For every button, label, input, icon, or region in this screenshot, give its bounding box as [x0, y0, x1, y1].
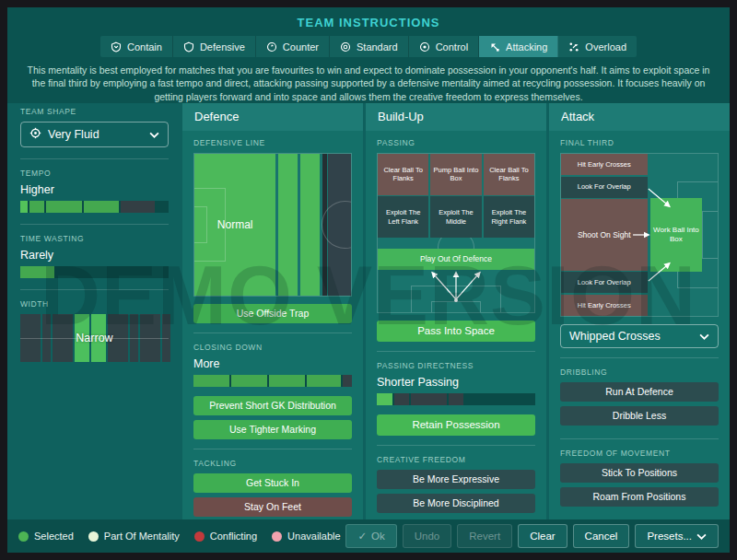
width-label: WIDTH — [20, 299, 169, 309]
hit-early-crosses-top-zone[interactable]: Hit Early Crosses — [561, 154, 648, 175]
dribble-less-button[interactable]: Dribble Less — [560, 406, 719, 426]
tempo-label: TEMPO — [20, 169, 169, 178]
part-of-mentality-dot-icon — [88, 531, 99, 542]
closing-down-label: CLOSING DOWN — [193, 343, 352, 352]
be-more-expressive-button[interactable]: Be More Expressive — [377, 470, 535, 489]
play-out-of-defence-zone[interactable]: Play Out Of Defence — [378, 249, 534, 270]
clear-ball-to-flanks-left-zone[interactable]: Clear Ball To Flanks — [378, 154, 428, 195]
pass-into-space-button[interactable]: Pass Into Space — [377, 321, 535, 342]
divider — [20, 224, 169, 225]
divider — [377, 445, 535, 446]
cancel-button[interactable]: Cancel — [573, 524, 630, 548]
pump-ball-into-box-zone[interactable]: Pump Ball Into Box — [430, 154, 482, 195]
look-for-overlap-top-zone[interactable]: Look For Overlap — [561, 177, 648, 198]
build-up-header: Build-Up — [366, 103, 546, 131]
presets-button[interactable]: Presets... — [635, 524, 719, 548]
tempo-value: Higher — [20, 183, 169, 196]
tab-defensive[interactable]: Defensive — [173, 36, 256, 57]
undo-button[interactable]: Undo — [403, 524, 452, 548]
check-icon: ✓ — [357, 525, 367, 547]
attacking-arrow-icon — [489, 41, 500, 52]
tab-standard[interactable]: Standard — [330, 36, 409, 57]
divider — [20, 158, 169, 159]
control-icon — [419, 41, 430, 52]
revert-button[interactable]: Revert — [457, 524, 512, 548]
overload-icon — [568, 41, 579, 52]
legend-selected: Selected — [18, 531, 74, 542]
divider — [193, 332, 352, 333]
team-shape-dropdown[interactable]: Very Fluid — [20, 122, 169, 147]
look-for-overlap-bottom-zone[interactable]: Look For Overlap — [561, 272, 648, 293]
build-up-column: Build-Up PASSING Clear Ball To Flanks Pu… — [366, 103, 546, 519]
final-third-pitch-control[interactable]: Hit Early Crosses Look For Overlap Shoot… — [560, 153, 719, 317]
stick-to-positions-button[interactable]: Stick To Positions — [560, 463, 719, 483]
exploit-right-flank-zone[interactable]: Exploit The Right Flank — [484, 196, 534, 238]
work-ball-into-box-zone[interactable]: Work Ball Into Box — [650, 198, 702, 273]
time-wasting-value: Rarely — [20, 249, 169, 262]
passing-directness-slider[interactable] — [377, 393, 535, 405]
tab-counter[interactable]: Counter — [256, 36, 330, 57]
divider — [560, 357, 719, 358]
shoot-on-sight-zone[interactable]: Shoot On Sight — [561, 199, 648, 270]
time-wasting-slider[interactable] — [20, 266, 169, 278]
defensive-line-value: Normal — [217, 218, 253, 231]
mentality-tabs: Contain Defensive Counter Standard Contr… — [7, 36, 730, 57]
counter-icon — [266, 41, 277, 52]
width-pitch-control[interactable]: Narrow — [20, 314, 169, 362]
exploit-left-flank-zone[interactable]: Exploit The Left Flank — [378, 196, 428, 238]
stay-on-feet-button[interactable]: Stay On Feet — [193, 497, 352, 517]
contain-icon — [111, 41, 122, 52]
mentality-description: This mentality is best employed for matc… — [24, 64, 713, 103]
team-shape-icon — [29, 127, 41, 142]
tab-label: Defensive — [200, 41, 245, 52]
closing-down-slider[interactable] — [193, 375, 352, 387]
crosses-dropdown-value: Whipped Crosses — [569, 330, 661, 343]
shield-icon — [183, 41, 194, 52]
legend-conflicting: Conflicting — [194, 531, 257, 542]
team-instructions-panel: TEAM INSTRUCTIONS Contain Defensive Coun… — [7, 7, 730, 553]
header: TEAM INSTRUCTIONS Contain Defensive Coun… — [7, 7, 730, 103]
footer-buttons: ✓ Ok Undo Revert Clear Cancel Presets... — [345, 524, 719, 548]
passing-pitch-control[interactable]: Clear Ball To Flanks Pump Ball Into Box … — [377, 153, 535, 313]
tab-label: Overload — [585, 41, 626, 52]
run-at-defence-button[interactable]: Run At Defence — [560, 382, 719, 402]
be-more-disciplined-button[interactable]: Be More Disciplined — [377, 494, 535, 513]
width-value: Narrow — [20, 332, 169, 344]
defensive-line-label: DEFENSIVE LINE — [193, 138, 352, 147]
freedom-of-movement-label: FREEDOM OF MOVEMENT — [560, 449, 719, 458]
ok-button[interactable]: ✓ Ok — [345, 524, 396, 548]
tab-label: Counter — [283, 41, 319, 52]
tab-contain[interactable]: Contain — [100, 36, 173, 57]
attack-column: Attack FINAL THIRD Hit Early Crosses Loo… — [549, 103, 730, 519]
defensive-line-control[interactable]: Normal — [193, 153, 352, 297]
team-shape-value: Very Fluid — [48, 128, 99, 141]
hit-early-crosses-bottom-zone[interactable]: Hit Early Crosses — [561, 295, 648, 316]
clear-button[interactable]: Clear — [518, 524, 567, 548]
passing-label: PASSING — [377, 138, 535, 147]
exploit-middle-zone[interactable]: Exploit The Middle — [430, 196, 482, 238]
clear-ball-to-flanks-right-zone[interactable]: Clear Ball To Flanks — [484, 154, 534, 195]
defence-column: Defence DEFENSIVE LINE Normal Use Offsid… — [182, 103, 363, 519]
use-tighter-marking-button[interactable]: Use Tighter Marking — [193, 420, 352, 439]
dribbling-label: DRIBBLING — [560, 368, 719, 377]
divider — [193, 449, 352, 449]
tab-label: Attacking — [506, 41, 547, 52]
tab-label: Control — [436, 41, 468, 52]
passing-directness-value: Shorter Passing — [377, 376, 535, 389]
retain-possession-button[interactable]: Retain Possession — [377, 414, 535, 436]
attack-header: Attack — [549, 103, 730, 131]
tab-label: Contain — [127, 41, 162, 52]
tab-control[interactable]: Control — [409, 36, 479, 57]
get-stuck-in-button[interactable]: Get Stuck In — [193, 473, 352, 493]
divider — [20, 289, 169, 290]
tab-overload[interactable]: Overload — [558, 36, 637, 57]
use-offside-trap-button[interactable]: Use Offside Trap — [193, 304, 352, 323]
roam-from-positions-button[interactable]: Roam From Positions — [560, 487, 719, 507]
legend-unavailable: Unavailable — [272, 531, 340, 542]
prevent-short-gk-button[interactable]: Prevent Short GK Distribution — [193, 396, 352, 415]
tab-attacking[interactable]: Attacking — [479, 36, 558, 57]
tempo-slider[interactable] — [20, 201, 169, 213]
crosses-dropdown[interactable]: Whipped Crosses — [560, 324, 719, 348]
divider — [560, 438, 719, 439]
standard-icon — [340, 41, 351, 52]
